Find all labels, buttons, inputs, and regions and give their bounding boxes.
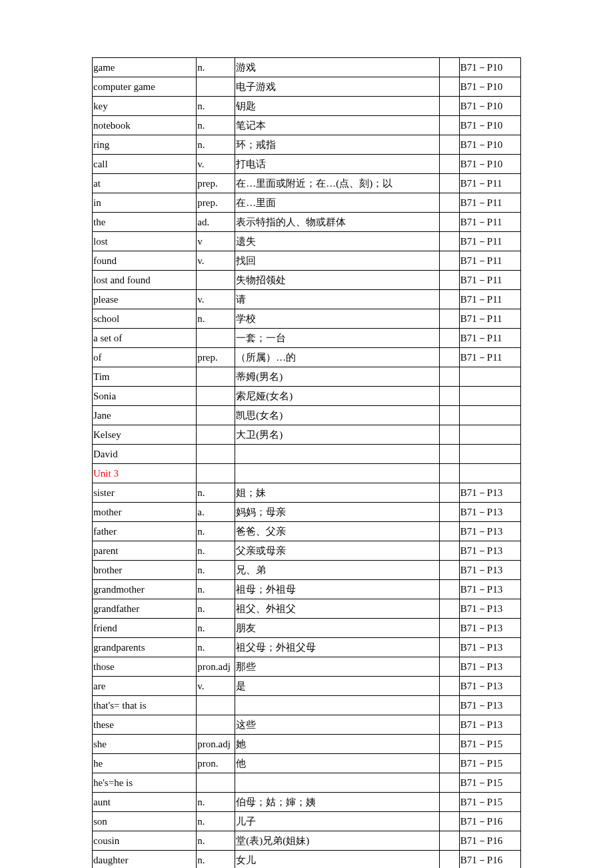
- spacer-cell: [439, 271, 459, 290]
- pos-cell: ad.: [197, 213, 235, 232]
- reference-cell: B71－P13: [459, 619, 520, 638]
- table-row: lostv遗失B71－P11: [93, 232, 521, 251]
- table-row: Unit 3: [93, 464, 521, 483]
- spacer-cell: [439, 812, 459, 831]
- table-row: notebookn.笔记本B71－P10: [93, 116, 521, 135]
- definition-cell: 女儿: [235, 851, 439, 869]
- definition-cell: 蒂姆(男名): [235, 367, 439, 387]
- reference-cell: B71－P11: [459, 232, 520, 251]
- definition-cell: 是: [235, 677, 439, 696]
- spacer-cell: [439, 309, 459, 329]
- spacer-cell: [439, 638, 459, 657]
- spacer-cell: [439, 135, 459, 155]
- word-cell: friend: [93, 619, 197, 638]
- table-row: gamen.游戏B71－P10: [93, 58, 521, 77]
- spacer-cell: [439, 406, 459, 425]
- table-row: grandfathern.祖父、外祖父B71－P13: [93, 599, 521, 619]
- table-row: these这些B71－P13: [93, 715, 521, 735]
- document-page: gamen.游戏B71－P10computer game电子游戏B71－P10k…: [0, 0, 613, 868]
- pos-cell: pron.: [197, 754, 235, 773]
- table-row: parentn.父亲或母亲B71－P13: [93, 541, 521, 561]
- word-cell: aunt: [93, 793, 197, 812]
- pos-cell: prep.: [197, 348, 235, 367]
- word-cell: ring: [93, 135, 197, 155]
- table-row: lost and found失物招领处B71－P11: [93, 271, 521, 290]
- reference-cell: B71－P10: [459, 155, 520, 174]
- word-cell: he: [93, 754, 197, 773]
- spacer-cell: [439, 464, 459, 483]
- spacer-cell: [439, 232, 459, 251]
- word-cell: notebook: [93, 116, 197, 135]
- definition-cell: 大卫(男名): [235, 425, 439, 445]
- spacer-cell: [439, 251, 459, 271]
- table-row: hepron.他B71－P15: [93, 754, 521, 773]
- pos-cell: [197, 773, 235, 793]
- definition-cell: 在…里面: [235, 193, 439, 213]
- word-cell: Kelsey: [93, 425, 197, 445]
- word-cell: computer game: [93, 77, 197, 97]
- word-cell: she: [93, 735, 197, 754]
- definition-cell: 笔记本: [235, 116, 439, 135]
- reference-cell: B71－P16: [459, 851, 520, 869]
- pos-cell: prep.: [197, 193, 235, 213]
- pos-cell: n.: [197, 580, 235, 599]
- reference-cell: B71－P13: [459, 541, 520, 561]
- table-row: daughtern.女儿B71－P16: [93, 851, 521, 869]
- definition-cell: 儿子: [235, 812, 439, 831]
- reference-cell: [459, 425, 520, 445]
- word-cell: found: [93, 251, 197, 271]
- word-cell: of: [93, 348, 197, 367]
- word-cell: game: [93, 58, 197, 77]
- word-cell: father: [93, 522, 197, 541]
- pos-cell: [197, 715, 235, 735]
- pos-cell: [197, 425, 235, 445]
- table-row: computer game电子游戏B71－P10: [93, 77, 521, 97]
- definition-cell: 钥匙: [235, 97, 439, 116]
- definition-cell: 遗失: [235, 232, 439, 251]
- reference-cell: [459, 464, 520, 483]
- spacer-cell: [439, 793, 459, 812]
- pos-cell: n.: [197, 793, 235, 812]
- definition-cell: [235, 464, 439, 483]
- definition-cell: 表示特指的人、物或群体: [235, 213, 439, 232]
- pos-cell: [197, 387, 235, 406]
- word-cell: please: [93, 290, 197, 309]
- spacer-cell: [439, 174, 459, 193]
- table-row: Jane凯思(女名): [93, 406, 521, 425]
- reference-cell: [459, 387, 520, 406]
- spacer-cell: [439, 773, 459, 793]
- reference-cell: B71－P10: [459, 58, 520, 77]
- table-row: ringn.环；戒指B71－P10: [93, 135, 521, 155]
- reference-cell: B71－P16: [459, 831, 520, 851]
- definition-cell: 这些: [235, 715, 439, 735]
- table-row: grandmothern.祖母；外祖母B71－P13: [93, 580, 521, 599]
- definition-cell: 电子游戏: [235, 77, 439, 97]
- reference-cell: B71－P11: [459, 309, 520, 329]
- definition-cell: [235, 773, 439, 793]
- definition-cell: 祖父、外祖父: [235, 599, 439, 619]
- table-row: keyn.钥匙B71－P10: [93, 97, 521, 116]
- word-cell: are: [93, 677, 197, 696]
- reference-cell: B71－P11: [459, 213, 520, 232]
- pos-cell: n.: [197, 541, 235, 561]
- pos-cell: n.: [197, 831, 235, 851]
- definition-cell: 他: [235, 754, 439, 773]
- pos-cell: v.: [197, 155, 235, 174]
- word-cell: sister: [93, 483, 197, 503]
- definition-cell: 一套；一台: [235, 329, 439, 348]
- pos-cell: v: [197, 232, 235, 251]
- table-row: pleasev.请B71－P11: [93, 290, 521, 309]
- spacer-cell: [439, 367, 459, 387]
- spacer-cell: [439, 193, 459, 213]
- word-cell: son: [93, 812, 197, 831]
- pos-cell: n.: [197, 522, 235, 541]
- reference-cell: B71－P11: [459, 271, 520, 290]
- pos-cell: a.: [197, 503, 235, 522]
- pos-cell: v.: [197, 251, 235, 271]
- pos-cell: n.: [197, 561, 235, 580]
- spacer-cell: [439, 561, 459, 580]
- table-row: thead.表示特指的人、物或群体B71－P11: [93, 213, 521, 232]
- reference-cell: B71－P15: [459, 735, 520, 754]
- spacer-cell: [439, 599, 459, 619]
- pos-cell: [197, 367, 235, 387]
